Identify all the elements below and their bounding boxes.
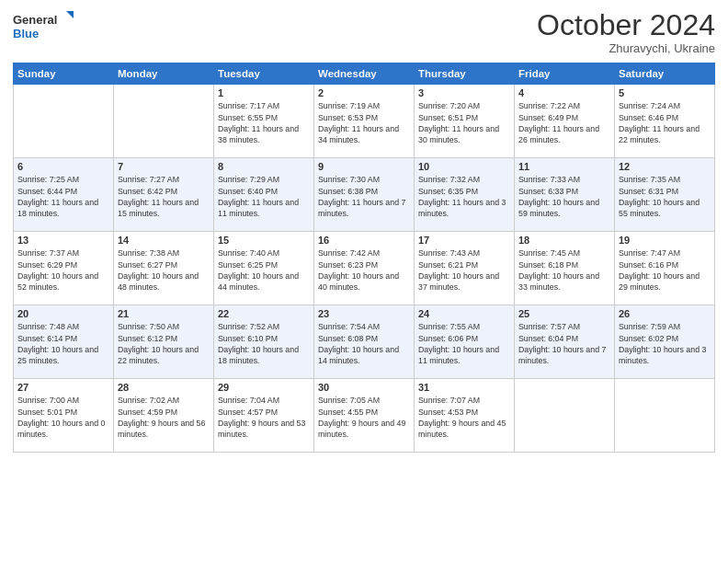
day-number: 14 [118,235,210,246]
table-row: 7 Sunrise: 7:27 AMSunset: 6:42 PMDayligh… [114,158,214,232]
day-info: Sunrise: 7:50 AMSunset: 6:12 PMDaylight:… [118,322,199,365]
month-title: October 2024 [537,9,715,41]
calendar-week-row-1: 6 Sunrise: 7:25 AMSunset: 6:44 PMDayligh… [14,158,715,232]
day-number: 11 [518,161,610,172]
table-row: 2 Sunrise: 7:19 AMSunset: 6:53 PMDayligh… [314,85,415,158]
table-row: 8 Sunrise: 7:29 AMSunset: 6:40 PMDayligh… [214,158,314,232]
day-number: 20 [17,308,109,319]
table-row: 30 Sunrise: 7:05 AMSunset: 4:55 PMDaylig… [314,379,415,453]
table-row [615,379,715,453]
day-info: Sunrise: 7:55 AMSunset: 6:06 PMDaylight:… [418,322,499,365]
col-tuesday: Tuesday [214,63,314,85]
table-row: 20 Sunrise: 7:48 AMSunset: 6:14 PMDaylig… [14,305,114,379]
day-number: 16 [318,235,410,246]
table-row [14,85,114,158]
calendar-week-row-2: 13 Sunrise: 7:37 AMSunset: 6:29 PMDaylig… [14,232,715,305]
calendar-header-row: Sunday Monday Tuesday Wednesday Thursday… [14,63,715,85]
day-number: 17 [418,235,510,246]
day-info: Sunrise: 7:22 AMSunset: 6:49 PMDaylight:… [518,101,599,144]
table-row: 1 Sunrise: 7:17 AMSunset: 6:55 PMDayligh… [214,85,314,158]
day-info: Sunrise: 7:52 AMSunset: 6:10 PMDaylight:… [218,322,299,365]
table-row: 13 Sunrise: 7:37 AMSunset: 6:29 PMDaylig… [14,232,114,305]
day-info: Sunrise: 7:29 AMSunset: 6:40 PMDaylight:… [218,175,299,218]
table-row: 10 Sunrise: 7:32 AMSunset: 6:35 PMDaylig… [415,158,515,232]
day-number: 6 [17,161,109,172]
day-info: Sunrise: 7:00 AMSunset: 5:01 PMDaylight:… [17,396,105,439]
table-row: 3 Sunrise: 7:20 AMSunset: 6:51 PMDayligh… [415,85,515,158]
day-number: 27 [17,382,109,393]
table-row: 5 Sunrise: 7:24 AMSunset: 6:46 PMDayligh… [615,85,715,158]
day-number: 1 [218,87,310,98]
day-info: Sunrise: 7:37 AMSunset: 6:29 PMDaylight:… [17,248,98,292]
day-number: 29 [218,382,310,393]
table-row: 16 Sunrise: 7:42 AMSunset: 6:23 PMDaylig… [314,232,415,305]
col-saturday: Saturday [615,63,715,85]
col-friday: Friday [515,63,615,85]
calendar-week-row-3: 20 Sunrise: 7:48 AMSunset: 6:14 PMDaylig… [14,305,715,379]
day-number: 12 [619,161,711,172]
day-number: 21 [118,308,210,319]
svg-text:General: General [13,13,57,27]
table-row [114,85,214,158]
day-info: Sunrise: 7:20 AMSunset: 6:51 PMDaylight:… [418,101,499,144]
col-monday: Monday [114,63,214,85]
day-number: 26 [619,308,711,319]
day-info: Sunrise: 7:59 AMSunset: 6:02 PMDaylight:… [619,322,706,365]
day-info: Sunrise: 7:47 AMSunset: 6:16 PMDaylight:… [619,248,700,292]
table-row: 19 Sunrise: 7:47 AMSunset: 6:16 PMDaylig… [615,232,715,305]
table-row: 25 Sunrise: 7:57 AMSunset: 6:04 PMDaylig… [515,305,615,379]
day-number: 24 [418,308,510,319]
table-row: 28 Sunrise: 7:02 AMSunset: 4:59 PMDaylig… [114,379,214,453]
logo-svg: General Blue [13,9,77,42]
table-row: 14 Sunrise: 7:38 AMSunset: 6:27 PMDaylig… [114,232,214,305]
day-info: Sunrise: 7:43 AMSunset: 6:21 PMDaylight:… [418,248,499,292]
day-number: 28 [118,382,210,393]
col-sunday: Sunday [14,63,114,85]
day-number: 19 [619,235,711,246]
day-info: Sunrise: 7:40 AMSunset: 6:25 PMDaylight:… [218,248,299,292]
day-number: 9 [318,161,410,172]
day-number: 4 [518,87,610,98]
day-info: Sunrise: 7:45 AMSunset: 6:18 PMDaylight:… [518,248,599,292]
svg-text:Blue: Blue [13,27,39,40]
table-row: 27 Sunrise: 7:00 AMSunset: 5:01 PMDaylig… [14,379,114,453]
table-row: 17 Sunrise: 7:43 AMSunset: 6:21 PMDaylig… [415,232,515,305]
day-info: Sunrise: 7:33 AMSunset: 6:33 PMDaylight:… [518,175,599,218]
day-info: Sunrise: 7:35 AMSunset: 6:31 PMDaylight:… [619,175,700,218]
logo: General Blue [13,9,77,42]
calendar-week-row-4: 27 Sunrise: 7:00 AMSunset: 5:01 PMDaylig… [14,379,715,453]
day-info: Sunrise: 7:57 AMSunset: 6:04 PMDaylight:… [518,322,606,365]
table-row: 4 Sunrise: 7:22 AMSunset: 6:49 PMDayligh… [515,85,615,158]
day-info: Sunrise: 7:17 AMSunset: 6:55 PMDaylight:… [218,101,299,144]
table-row: 12 Sunrise: 7:35 AMSunset: 6:31 PMDaylig… [615,158,715,232]
table-row: 26 Sunrise: 7:59 AMSunset: 6:02 PMDaylig… [615,305,715,379]
day-info: Sunrise: 7:04 AMSunset: 4:57 PMDaylight:… [218,396,305,439]
calendar-table: Sunday Monday Tuesday Wednesday Thursday… [13,63,715,453]
page: General Blue October 2024 Zhuravychi, Uk… [0,0,728,563]
day-info: Sunrise: 7:25 AMSunset: 6:44 PMDaylight:… [17,175,98,218]
day-info: Sunrise: 7:42 AMSunset: 6:23 PMDaylight:… [318,248,399,292]
day-number: 8 [218,161,310,172]
day-number: 5 [619,87,711,98]
table-row: 24 Sunrise: 7:55 AMSunset: 6:06 PMDaylig… [415,305,515,379]
title-block: October 2024 Zhuravychi, Ukraine [537,9,715,55]
table-row: 6 Sunrise: 7:25 AMSunset: 6:44 PMDayligh… [14,158,114,232]
day-info: Sunrise: 7:07 AMSunset: 4:53 PMDaylight:… [418,396,506,439]
table-row: 15 Sunrise: 7:40 AMSunset: 6:25 PMDaylig… [214,232,314,305]
table-row: 21 Sunrise: 7:50 AMSunset: 6:12 PMDaylig… [114,305,214,379]
col-thursday: Thursday [415,63,515,85]
day-info: Sunrise: 7:19 AMSunset: 6:53 PMDaylight:… [318,101,399,144]
day-number: 15 [218,235,310,246]
col-wednesday: Wednesday [314,63,415,85]
day-number: 13 [17,235,109,246]
day-number: 18 [518,235,610,246]
table-row: 9 Sunrise: 7:30 AMSunset: 6:38 PMDayligh… [314,158,415,232]
day-number: 22 [218,308,310,319]
day-info: Sunrise: 7:05 AMSunset: 4:55 PMDaylight:… [318,396,405,439]
table-row: 11 Sunrise: 7:33 AMSunset: 6:33 PMDaylig… [515,158,615,232]
day-number: 25 [518,308,610,319]
table-row: 18 Sunrise: 7:45 AMSunset: 6:18 PMDaylig… [515,232,615,305]
table-row: 23 Sunrise: 7:54 AMSunset: 6:08 PMDaylig… [314,305,415,379]
day-info: Sunrise: 7:02 AMSunset: 4:59 PMDaylight:… [118,396,205,439]
day-number: 3 [418,87,510,98]
